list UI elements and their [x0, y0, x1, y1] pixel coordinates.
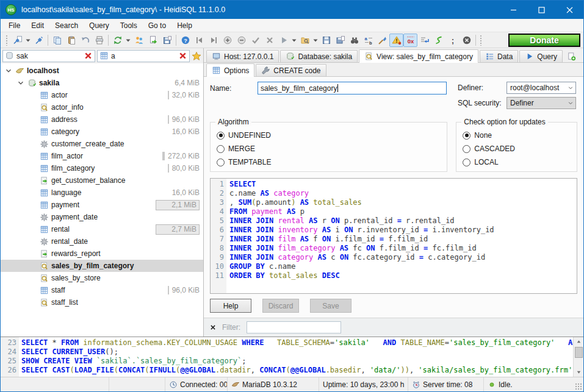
- save-sql-as-button[interactable]: [333, 34, 347, 47]
- tree-item-address[interactable]: address96,0 KiB: [1, 113, 203, 126]
- execute-dropdown-button[interactable]: [290, 34, 298, 47]
- scroll-down-icon[interactable]: [574, 368, 583, 377]
- close-filter-icon[interactable]: [210, 324, 216, 330]
- tree-item-sales-by-store[interactable]: sales_by_store: [1, 272, 203, 284]
- tree-item-staff-list[interactable]: staff_list: [1, 296, 203, 308]
- radio-button-icon[interactable]: [463, 145, 470, 153]
- tree-item-get-customer-balance[interactable]: get_customer_balance: [1, 174, 203, 187]
- menu-edit[interactable]: Edit: [26, 20, 49, 32]
- save-button[interactable]: Save: [310, 299, 351, 313]
- post-changes-button[interactable]: [248, 34, 262, 47]
- table-filter-input[interactable]: a: [97, 50, 190, 62]
- last-record-button[interactable]: [206, 34, 220, 47]
- execute-sql-button[interactable]: [276, 34, 290, 47]
- session-dropdown-button[interactable]: [24, 34, 32, 47]
- menu-query[interactable]: Query: [84, 20, 115, 32]
- cancel-query-button[interactable]: [460, 34, 474, 47]
- find-text-button[interactable]: [347, 34, 361, 47]
- tab-database[interactable]: Database: sakila: [280, 50, 358, 62]
- radio-undefined[interactable]: UNDEFINED: [217, 129, 441, 142]
- radio-button-icon[interactable]: [463, 159, 470, 166]
- tree-item-rental[interactable]: rental2,7 MiB: [1, 223, 203, 235]
- first-record-button[interactable]: [192, 34, 206, 47]
- favorites-star-icon[interactable]: [192, 51, 201, 61]
- chevron-down-icon[interactable]: [4, 66, 13, 75]
- tree-item-sales-by-film-category[interactable]: sales_by_film_category: [1, 260, 203, 272]
- view-name-input[interactable]: sales_by_film_category: [258, 82, 447, 94]
- tree-item-payment[interactable]: payment2,1 MiB: [1, 199, 203, 211]
- binary-as-hex-button[interactable]: 0x: [403, 34, 417, 47]
- tree-item-localhost[interactable]: localhost: [1, 65, 203, 77]
- session-manager-button[interactable]: [10, 34, 24, 47]
- sql-security-select[interactable]: Definer: [506, 97, 576, 109]
- print-button[interactable]: [92, 34, 106, 47]
- log-scrollbar[interactable]: [573, 337, 583, 377]
- save-blob-button[interactable]: [160, 34, 174, 47]
- radio-button-icon[interactable]: [217, 145, 225, 153]
- definer-select[interactable]: root@localhost: [506, 82, 576, 94]
- maximize-button[interactable]: [527, 1, 555, 19]
- menu-search[interactable]: Search: [49, 20, 84, 32]
- radio-button-icon[interactable]: [217, 159, 225, 166]
- export-database-button[interactable]: [146, 34, 160, 47]
- replace-text-button[interactable]: ab: [361, 34, 375, 47]
- tree-item-staff[interactable]: staff96,0 KiB: [1, 284, 203, 296]
- chevron-down-icon[interactable]: [16, 79, 25, 87]
- copy-button[interactable]: [50, 34, 64, 47]
- delete-record-button[interactable]: [234, 34, 248, 47]
- tab-options[interactable]: Options: [206, 63, 254, 77]
- menu-tools[interactable]: Tools: [115, 20, 143, 32]
- tree-item-film-category[interactable]: film_category80,0 KiB: [1, 162, 203, 174]
- tree-item-actor[interactable]: actor32,0 KiB: [1, 89, 203, 101]
- tree-item-sakila[interactable]: sakila6,4 MiB: [1, 77, 203, 89]
- menu-go-to[interactable]: Go to: [143, 20, 171, 32]
- help-button[interactable]: ?: [178, 34, 192, 47]
- tree-item-language[interactable]: language16,0 KiB: [1, 187, 203, 199]
- refresh-button[interactable]: [110, 34, 124, 47]
- paste-button[interactable]: [64, 34, 78, 47]
- discard-button[interactable]: Discard: [262, 299, 299, 313]
- scroll-thumb[interactable]: [575, 347, 583, 358]
- help-button[interactable]: Help: [210, 299, 251, 313]
- minimize-button[interactable]: [499, 1, 527, 19]
- donate-button[interactable]: Donate: [508, 34, 580, 47]
- menu-file[interactable]: File: [3, 20, 26, 32]
- tree-item-film-actor[interactable]: film_actor272,0 KiB: [1, 150, 203, 162]
- cancel-editing-button[interactable]: [262, 34, 276, 47]
- tab-query[interactable]: Query: [519, 50, 563, 62]
- radio-local[interactable]: LOCAL: [463, 155, 571, 169]
- reformat-query-button[interactable]: [431, 34, 445, 47]
- tab-view[interactable]: View: sales_by_film_category: [359, 49, 478, 63]
- radio-button-icon[interactable]: [217, 132, 225, 140]
- database-filter-input[interactable]: sak: [2, 50, 95, 62]
- tree-item-rental-date[interactable]: rental_date: [1, 235, 203, 248]
- tree-item-rewards-report[interactable]: rewards_report: [1, 248, 203, 260]
- new-query-tab-button[interactable]: [564, 50, 579, 62]
- load-file-dropdown-button[interactable]: [312, 34, 319, 47]
- clear-filter-icon[interactable]: [84, 51, 93, 60]
- reformat-sql-button[interactable]: [375, 34, 389, 47]
- radio-cascaded[interactable]: CASCADED: [463, 142, 571, 155]
- tab-data[interactable]: Data: [480, 50, 518, 62]
- radio-merge[interactable]: MERGE: [217, 142, 441, 155]
- load-sql-file-button[interactable]: [298, 34, 312, 47]
- log-code[interactable]: SELECT * FROM information_schema.KEY_COL…: [19, 337, 573, 377]
- tree-item-payment-date[interactable]: payment_date: [1, 211, 203, 223]
- view-select-code-editor[interactable]: 1234567891011 SELECTc.name AS category, …: [210, 178, 577, 294]
- menu-help[interactable]: Help: [171, 20, 198, 32]
- filter-input[interactable]: [247, 321, 341, 333]
- next-result-button[interactable]: [417, 34, 431, 47]
- undo-button[interactable]: [78, 34, 92, 47]
- tree-item-actor-info[interactable]: actor_info: [1, 101, 203, 113]
- toolbar-grip[interactable]: [5, 35, 9, 46]
- radio-button-icon[interactable]: [463, 132, 470, 140]
- user-manager-button[interactable]: [132, 34, 146, 47]
- radio-none[interactable]: None: [463, 129, 571, 142]
- radio-temptable[interactable]: TEMPTABLE: [217, 155, 441, 169]
- editor-code[interactable]: SELECTc.name AS category, SUM(p.amount) …: [226, 179, 577, 293]
- delimiter-button[interactable]: ;: [445, 34, 460, 47]
- tab-host[interactable]: Host: 127.0.0.1: [206, 50, 279, 62]
- tree-item-customer-create-date[interactable]: customer_create_date: [1, 138, 203, 150]
- tab-create-code[interactable]: CREATE code: [256, 64, 326, 76]
- insert-record-button[interactable]: [220, 34, 234, 47]
